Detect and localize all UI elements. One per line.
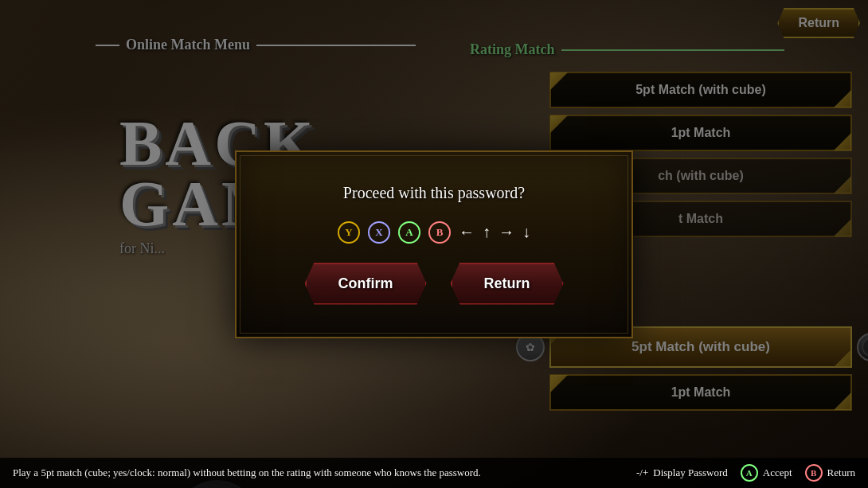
ctrl-a-symbol: A: [741, 464, 758, 482]
ctrl-return: B Return: [805, 464, 855, 482]
confirm-button[interactable]: Confirm: [305, 263, 427, 305]
ctrl-return-label: Return: [827, 467, 855, 479]
dialog-return-button[interactable]: Return: [451, 263, 564, 305]
dialog-buttons: Confirm Return: [305, 263, 564, 305]
arrow-up-symbol: ↑: [483, 223, 491, 241]
ctrl-minus-plus: -/+: [636, 467, 648, 479]
btn-a-symbol: A: [398, 221, 420, 244]
dialog-question: Proceed with this password?: [343, 184, 525, 202]
arrow-right-symbol: →: [499, 223, 514, 241]
btn-x-symbol: X: [368, 221, 390, 244]
btn-b-symbol: B: [428, 221, 451, 244]
dialog-password-display: Y X A B ← ↑ → ↓: [338, 221, 530, 244]
password-dialog: Proceed with this password? Y X A B ← ↑ …: [235, 150, 633, 338]
status-controls: -/+ Display Password A Accept B Return: [636, 464, 855, 482]
arrow-down-symbol: ↓: [522, 223, 530, 241]
arrow-left-symbol: ←: [459, 223, 475, 241]
status-bar: Play a 5pt match (cube; yes/clock: norma…: [0, 458, 868, 488]
ctrl-display-password: -/+ Display Password: [636, 467, 728, 479]
modal-overlay: Proceed with this password? Y X A B ← ↑ …: [0, 0, 868, 488]
status-help-text: Play a 5pt match (cube; yes/clock: norma…: [13, 467, 481, 479]
ctrl-accept: A Accept: [741, 464, 792, 482]
ctrl-accept-label: Accept: [763, 467, 792, 479]
ctrl-b-symbol: B: [805, 464, 823, 482]
btn-y-symbol: Y: [338, 221, 360, 244]
ctrl-display-label: Display Password: [653, 467, 728, 479]
